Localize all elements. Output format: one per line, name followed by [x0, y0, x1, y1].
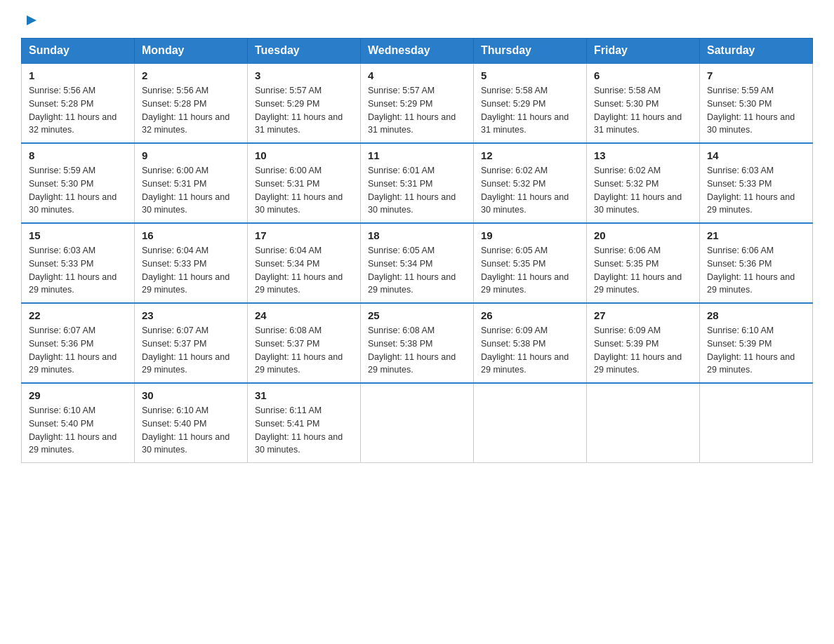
- calendar-cell: 18Sunrise: 6:05 AMSunset: 5:34 PMDayligh…: [361, 223, 474, 303]
- calendar-cell: 23Sunrise: 6:07 AMSunset: 5:37 PMDayligh…: [135, 303, 248, 383]
- day-info: Sunrise: 6:06 AMSunset: 5:35 PMDaylight:…: [594, 244, 692, 297]
- day-info: Sunrise: 6:00 AMSunset: 5:31 PMDaylight:…: [142, 164, 240, 217]
- calendar-cell: 27Sunrise: 6:09 AMSunset: 5:39 PMDayligh…: [587, 303, 700, 383]
- day-number: 29: [29, 389, 127, 401]
- calendar-cell: 28Sunrise: 6:10 AMSunset: 5:39 PMDayligh…: [700, 303, 813, 383]
- day-number: 20: [594, 229, 692, 241]
- day-number: 27: [594, 309, 692, 321]
- calendar-cell: 14Sunrise: 6:03 AMSunset: 5:33 PMDayligh…: [700, 143, 813, 223]
- weekday-header-friday: Friday: [587, 39, 700, 64]
- page-header: [21, 14, 813, 25]
- calendar-cell: 13Sunrise: 6:02 AMSunset: 5:32 PMDayligh…: [587, 143, 700, 223]
- calendar-cell: 15Sunrise: 6:03 AMSunset: 5:33 PMDayligh…: [22, 223, 135, 303]
- day-number: 1: [29, 69, 127, 81]
- day-info: Sunrise: 5:56 AMSunset: 5:28 PMDaylight:…: [29, 84, 127, 137]
- svg-marker-0: [27, 15, 37, 25]
- day-info: Sunrise: 6:00 AMSunset: 5:31 PMDaylight:…: [255, 164, 353, 217]
- calendar-week-3: 15Sunrise: 6:03 AMSunset: 5:33 PMDayligh…: [22, 223, 813, 303]
- calendar-cell: 17Sunrise: 6:04 AMSunset: 5:34 PMDayligh…: [248, 223, 361, 303]
- calendar-cell: 21Sunrise: 6:06 AMSunset: 5:36 PMDayligh…: [700, 223, 813, 303]
- calendar-cell: [700, 383, 813, 463]
- calendar-cell: 4Sunrise: 5:57 AMSunset: 5:29 PMDaylight…: [361, 63, 474, 143]
- day-info: Sunrise: 5:59 AMSunset: 5:30 PMDaylight:…: [29, 164, 127, 217]
- calendar-cell: 2Sunrise: 5:56 AMSunset: 5:28 PMDaylight…: [135, 63, 248, 143]
- day-info: Sunrise: 6:05 AMSunset: 5:34 PMDaylight:…: [368, 244, 466, 297]
- day-number: 10: [255, 149, 353, 161]
- weekday-header-monday: Monday: [135, 39, 248, 64]
- day-number: 30: [142, 389, 240, 401]
- day-number: 8: [29, 149, 127, 161]
- day-number: 9: [142, 149, 240, 161]
- calendar-week-2: 8Sunrise: 5:59 AMSunset: 5:30 PMDaylight…: [22, 143, 813, 223]
- day-info: Sunrise: 6:07 AMSunset: 5:37 PMDaylight:…: [142, 324, 240, 377]
- day-info: Sunrise: 6:10 AMSunset: 5:40 PMDaylight:…: [29, 404, 127, 457]
- calendar-cell: 12Sunrise: 6:02 AMSunset: 5:32 PMDayligh…: [474, 143, 587, 223]
- day-number: 28: [707, 309, 805, 321]
- calendar-cell: 8Sunrise: 5:59 AMSunset: 5:30 PMDaylight…: [22, 143, 135, 223]
- day-number: 14: [707, 149, 805, 161]
- day-number: 6: [594, 69, 692, 81]
- day-info: Sunrise: 6:04 AMSunset: 5:34 PMDaylight:…: [255, 244, 353, 297]
- calendar-header: SundayMondayTuesdayWednesdayThursdayFrid…: [22, 39, 813, 64]
- day-info: Sunrise: 5:59 AMSunset: 5:30 PMDaylight:…: [707, 84, 805, 137]
- day-info: Sunrise: 6:05 AMSunset: 5:35 PMDaylight:…: [481, 244, 579, 297]
- calendar-table: SundayMondayTuesdayWednesdayThursdayFrid…: [21, 38, 813, 463]
- day-info: Sunrise: 6:10 AMSunset: 5:39 PMDaylight:…: [707, 324, 805, 377]
- day-number: 3: [255, 69, 353, 81]
- day-info: Sunrise: 6:01 AMSunset: 5:31 PMDaylight:…: [368, 164, 466, 217]
- calendar-body: 1Sunrise: 5:56 AMSunset: 5:28 PMDaylight…: [22, 63, 813, 463]
- day-info: Sunrise: 6:03 AMSunset: 5:33 PMDaylight:…: [707, 164, 805, 217]
- day-number: 16: [142, 229, 240, 241]
- day-number: 5: [481, 69, 579, 81]
- calendar-cell: 16Sunrise: 6:04 AMSunset: 5:33 PMDayligh…: [135, 223, 248, 303]
- day-number: 23: [142, 309, 240, 321]
- logo-icon: [22, 13, 38, 28]
- calendar-week-5: 29Sunrise: 6:10 AMSunset: 5:40 PMDayligh…: [22, 383, 813, 463]
- calendar-cell: 30Sunrise: 6:10 AMSunset: 5:40 PMDayligh…: [135, 383, 248, 463]
- weekday-header-sunday: Sunday: [22, 39, 135, 64]
- day-number: 15: [29, 229, 127, 241]
- day-number: 2: [142, 69, 240, 81]
- calendar-cell: 9Sunrise: 6:00 AMSunset: 5:31 PMDaylight…: [135, 143, 248, 223]
- day-info: Sunrise: 5:58 AMSunset: 5:29 PMDaylight:…: [481, 84, 579, 137]
- calendar-cell: 24Sunrise: 6:08 AMSunset: 5:37 PMDayligh…: [248, 303, 361, 383]
- day-info: Sunrise: 6:04 AMSunset: 5:33 PMDaylight:…: [142, 244, 240, 297]
- calendar-cell: 26Sunrise: 6:09 AMSunset: 5:38 PMDayligh…: [474, 303, 587, 383]
- day-info: Sunrise: 5:57 AMSunset: 5:29 PMDaylight:…: [255, 84, 353, 137]
- day-info: Sunrise: 6:03 AMSunset: 5:33 PMDaylight:…: [29, 244, 127, 297]
- day-number: 26: [481, 309, 579, 321]
- day-info: Sunrise: 5:57 AMSunset: 5:29 PMDaylight:…: [368, 84, 466, 137]
- calendar-cell: 31Sunrise: 6:11 AMSunset: 5:41 PMDayligh…: [248, 383, 361, 463]
- day-number: 31: [255, 389, 353, 401]
- day-number: 24: [255, 309, 353, 321]
- day-number: 17: [255, 229, 353, 241]
- day-info: Sunrise: 6:10 AMSunset: 5:40 PMDaylight:…: [142, 404, 240, 457]
- day-number: 7: [707, 69, 805, 81]
- day-info: Sunrise: 6:06 AMSunset: 5:36 PMDaylight:…: [707, 244, 805, 297]
- weekday-header-thursday: Thursday: [474, 39, 587, 64]
- calendar-cell: 20Sunrise: 6:06 AMSunset: 5:35 PMDayligh…: [587, 223, 700, 303]
- day-info: Sunrise: 6:09 AMSunset: 5:38 PMDaylight:…: [481, 324, 579, 377]
- calendar-cell: 19Sunrise: 6:05 AMSunset: 5:35 PMDayligh…: [474, 223, 587, 303]
- calendar-cell: 22Sunrise: 6:07 AMSunset: 5:36 PMDayligh…: [22, 303, 135, 383]
- day-number: 19: [481, 229, 579, 241]
- calendar-cell: [474, 383, 587, 463]
- day-number: 11: [368, 149, 466, 161]
- calendar-cell: 6Sunrise: 5:58 AMSunset: 5:30 PMDaylight…: [587, 63, 700, 143]
- weekday-header-tuesday: Tuesday: [248, 39, 361, 64]
- calendar-week-1: 1Sunrise: 5:56 AMSunset: 5:28 PMDaylight…: [22, 63, 813, 143]
- calendar-cell: 5Sunrise: 5:58 AMSunset: 5:29 PMDaylight…: [474, 63, 587, 143]
- day-number: 21: [707, 229, 805, 241]
- day-number: 12: [481, 149, 579, 161]
- calendar-cell: 3Sunrise: 5:57 AMSunset: 5:29 PMDaylight…: [248, 63, 361, 143]
- day-info: Sunrise: 6:08 AMSunset: 5:38 PMDaylight:…: [368, 324, 466, 377]
- day-number: 13: [594, 149, 692, 161]
- calendar-cell: [587, 383, 700, 463]
- day-info: Sunrise: 6:07 AMSunset: 5:36 PMDaylight:…: [29, 324, 127, 377]
- day-number: 18: [368, 229, 466, 241]
- day-info: Sunrise: 6:08 AMSunset: 5:37 PMDaylight:…: [255, 324, 353, 377]
- day-info: Sunrise: 5:56 AMSunset: 5:28 PMDaylight:…: [142, 84, 240, 137]
- day-info: Sunrise: 6:02 AMSunset: 5:32 PMDaylight:…: [594, 164, 692, 217]
- calendar-cell: 1Sunrise: 5:56 AMSunset: 5:28 PMDaylight…: [22, 63, 135, 143]
- calendar-cell: 29Sunrise: 6:10 AMSunset: 5:40 PMDayligh…: [22, 383, 135, 463]
